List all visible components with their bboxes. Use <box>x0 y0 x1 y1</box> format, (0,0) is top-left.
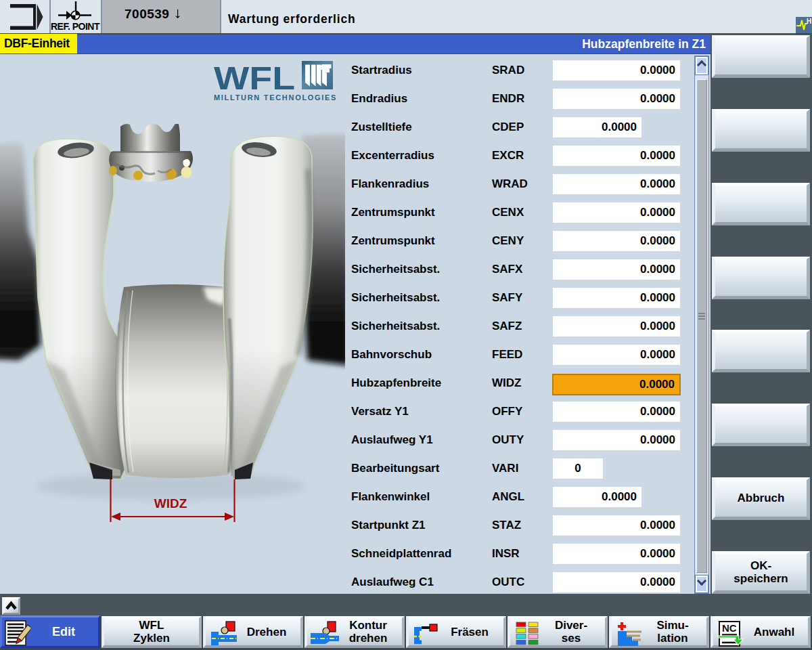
svg-text:WIDZ: WIDZ <box>154 496 187 511</box>
svg-text:NC: NC <box>722 622 737 634</box>
svg-text:WFL: WFL <box>214 60 295 96</box>
svg-text:H: H <box>807 18 811 25</box>
svg-text:MILLTURN TECHNOLOGIES: MILLTURN TECHNOLOGIES <box>214 93 336 102</box>
svg-text:REF. POINT: REF. POINT <box>51 21 100 32</box>
